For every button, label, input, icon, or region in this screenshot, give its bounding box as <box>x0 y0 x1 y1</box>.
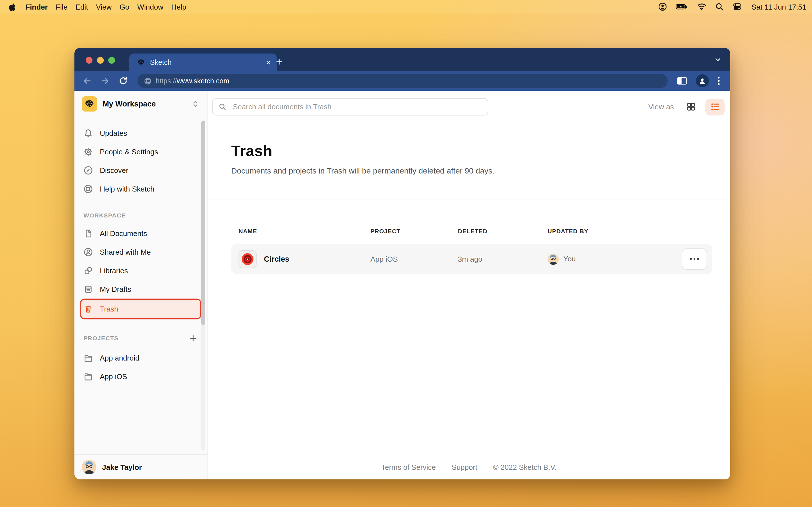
view-list-button[interactable] <box>705 98 725 115</box>
profile-person-icon <box>698 76 707 85</box>
zoom-window-button[interactable] <box>108 57 115 64</box>
macos-menu-bar: Finder File Edit View Go Window Help Sat… <box>0 0 812 13</box>
user-name: Jake Taylor <box>102 463 142 471</box>
back-button[interactable] <box>82 76 92 86</box>
workspace-switcher[interactable]: My Workspace <box>74 91 207 117</box>
browser-menu-kebab-icon[interactable] <box>717 76 720 86</box>
menu-item-help[interactable]: Help <box>167 3 190 11</box>
view-as-group: View as <box>648 98 725 115</box>
sketch-logo <box>82 96 97 111</box>
sidebar-item-label: Help with Sketch <box>100 185 154 193</box>
list-view-icon <box>710 102 720 112</box>
life-ring-icon <box>84 184 93 194</box>
sidebar-item-all-documents[interactable]: All Documents <box>80 224 201 243</box>
sidebar-item-updates[interactable]: Updates <box>80 124 201 143</box>
table-row[interactable]: Circles App iOS 3m ago You <box>231 244 712 274</box>
sidebar-item-discover[interactable]: Discover <box>80 161 201 180</box>
updated-by-avatar <box>548 253 559 265</box>
url-text: https://www.sketch.com <box>156 77 229 85</box>
browser-window: Sketch × + https://www.sketch.com <box>74 48 730 480</box>
sidebar-item-label: Libraries <box>100 267 128 275</box>
user-account-row[interactable]: Jake Taylor <box>74 454 207 480</box>
new-tab-button[interactable]: + <box>273 56 285 68</box>
minimize-window-button[interactable] <box>97 57 104 64</box>
workspace-section-label: WORKSPACE <box>74 212 207 219</box>
wifi-icon[interactable] <box>697 3 706 11</box>
search-icon <box>218 103 227 111</box>
sidebar-item-project-app-android[interactable]: App android <box>80 349 201 367</box>
trash-table: NAME PROJECT DELETED UPDATED BY Circles … <box>231 200 712 274</box>
sidebar-scrollbar[interactable] <box>201 121 205 451</box>
column-header-name: NAME <box>239 228 257 234</box>
footer-copyright: © 2022 Sketch B.V. <box>493 463 557 471</box>
page-description: Documents and projects in Trash will be … <box>231 166 730 175</box>
sidebar-item-label: Updates <box>100 129 127 137</box>
close-window-button[interactable] <box>86 57 93 64</box>
browser-tab-bar: Sketch × + <box>74 48 730 71</box>
gear-icon <box>84 147 93 157</box>
toolbar-right <box>677 74 720 87</box>
tab-close-icon[interactable]: × <box>266 58 271 66</box>
projects-section-label: PROJECTS <box>74 333 207 343</box>
menu-bar-clock[interactable]: Sat 11 Jun 17:51 <box>750 3 806 11</box>
forward-button[interactable] <box>100 76 110 86</box>
control-center-icon[interactable] <box>732 2 742 11</box>
footer-link-terms[interactable]: Terms of Service <box>381 463 436 471</box>
sidebar-item-label: Discover <box>100 166 128 175</box>
tab-title: Sketch <box>150 58 266 66</box>
trash-icon <box>84 304 93 314</box>
browser-profile-button[interactable] <box>696 74 709 87</box>
sidebar-item-project-app-ios[interactable]: App iOS <box>80 367 201 386</box>
menu-bar-left: Finder File Edit View Go Window Help <box>7 3 190 11</box>
menu-item-window[interactable]: Window <box>133 3 167 11</box>
sidebar-item-label: App android <box>100 354 139 362</box>
sidebar-scrollbar-thumb[interactable] <box>201 121 205 325</box>
reload-button[interactable] <box>118 76 128 86</box>
search-input[interactable] <box>232 102 482 112</box>
sidebar-item-label: Trash <box>100 305 118 313</box>
sidebar-item-people-settings[interactable]: People & Settings <box>80 143 201 161</box>
apple-menu[interactable] <box>7 3 21 11</box>
battery-charging-icon[interactable] <box>675 2 688 11</box>
chevron-up-down-icon <box>191 100 200 108</box>
app-content: My Workspace Updates People & Settings D <box>74 91 730 480</box>
menu-item-go[interactable]: Go <box>116 3 133 11</box>
more-options-button[interactable] <box>682 248 707 270</box>
tab-search-chevron-icon[interactable] <box>713 55 722 64</box>
url-host: www.sketch.com <box>177 77 229 85</box>
table-header: NAME PROJECT DELETED UPDATED BY <box>231 228 712 234</box>
sidebar-item-label: My Drafts <box>100 285 131 293</box>
menu-item-edit[interactable]: Edit <box>71 3 92 11</box>
link-icon <box>84 266 93 276</box>
row-project: App iOS <box>370 255 398 263</box>
page-title: Trash <box>231 143 730 160</box>
sidebar: My Workspace Updates People & Settings D <box>74 91 207 480</box>
side-panel-icon[interactable] <box>677 76 688 86</box>
search-bar[interactable] <box>212 98 488 115</box>
menu-item-file[interactable]: File <box>52 3 71 11</box>
column-header-updated-by: UPDATED BY <box>548 228 589 234</box>
sidebar-item-my-drafts[interactable]: My Drafts <box>80 280 201 298</box>
sidebar-item-libraries[interactable]: Libraries <box>80 262 201 280</box>
browser-toolbar: https://www.sketch.com <box>74 71 730 91</box>
apple-icon <box>8 3 17 11</box>
spotlight-search-icon[interactable] <box>715 2 724 11</box>
sidebar-scroll-area: Updates People & Settings Discover Help … <box>74 117 207 454</box>
main-panel: View as Trash Documents and projects in … <box>207 91 730 480</box>
person-icon <box>84 247 93 257</box>
row-name: Circles <box>264 255 289 263</box>
sidebar-item-shared-with-me[interactable]: Shared with Me <box>80 243 201 262</box>
menu-item-view[interactable]: View <box>92 3 116 11</box>
add-project-button[interactable] <box>188 333 198 343</box>
user-account-icon[interactable] <box>658 2 667 11</box>
sidebar-item-trash[interactable]: Trash <box>80 298 201 320</box>
circles-thumbnail-icon <box>241 252 254 266</box>
address-bar[interactable]: https://www.sketch.com <box>138 74 668 88</box>
sketch-diamond-icon <box>85 99 94 108</box>
sidebar-item-help[interactable]: Help with Sketch <box>80 180 201 198</box>
footer-link-support[interactable]: Support <box>452 463 477 471</box>
menu-item-finder[interactable]: Finder <box>21 3 52 11</box>
browser-tab[interactable]: Sketch × <box>129 54 277 71</box>
row-updated-by-label: You <box>563 255 576 263</box>
view-grid-button[interactable] <box>681 98 700 115</box>
